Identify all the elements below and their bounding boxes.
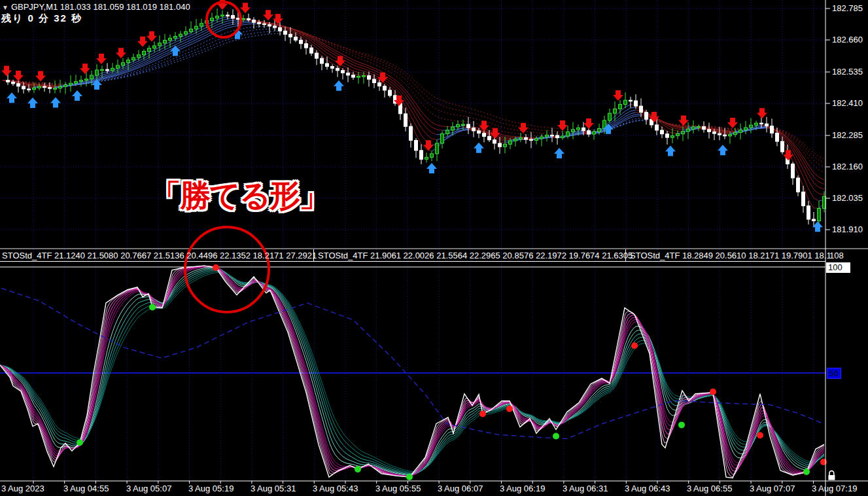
time-axis[interactable]: 3 Aug 20233 Aug 04:553 Aug 05:073 Aug 05… bbox=[0, 481, 868, 496]
time-tick-label: 3 Aug 05:19 bbox=[188, 484, 234, 493]
indicator-label-3: STOStd_4TF 18.2849 20.5610 18.2171 19.79… bbox=[630, 251, 831, 260]
time-tick-label: 3 Aug 06:19 bbox=[500, 484, 545, 493]
indicator-label-2: STOStd_4TF 21.9061 22.0026 21.5564 22.29… bbox=[318, 251, 633, 260]
time-tick-label: 3 Aug 06:31 bbox=[563, 484, 608, 493]
price-tick-label: 182.535 bbox=[832, 67, 863, 77]
time-tick-label: 3 Aug 05:31 bbox=[251, 484, 296, 493]
time-tick-label: 3 Aug 05:07 bbox=[126, 484, 171, 493]
indicator-label-divider bbox=[625, 249, 626, 262]
lock-icon[interactable] bbox=[827, 470, 837, 481]
symbol-ohlc-text: GBPJPY,M1 181.033 181.059 181.019 181.04… bbox=[11, 2, 190, 12]
time-tick-label: 3 Aug 05:55 bbox=[375, 484, 421, 493]
time-tick-label: 3 Aug 06:43 bbox=[625, 484, 670, 493]
indicator-label-1: STOStd_4TF 21.1240 21.5080 20.7667 21.51… bbox=[2, 251, 317, 260]
price-axis[interactable]: 182.785182.660182.535182.410182.285182.1… bbox=[825, 0, 868, 481]
annotation-text: 「勝てる形」 bbox=[150, 175, 328, 217]
price-tick-label: 182.285 bbox=[832, 130, 863, 140]
level-50-marker: 50 bbox=[827, 368, 841, 379]
price-tick-label: 182.660 bbox=[832, 35, 863, 44]
indicator-pane-max-label: 108 bbox=[829, 251, 844, 260]
price-tick-label: 182.035 bbox=[832, 193, 863, 203]
level-100-marker: 100 bbox=[826, 262, 850, 273]
chart-svg[interactable] bbox=[0, 0, 868, 496]
chevron-down-icon[interactable]: ▼ bbox=[2, 4, 9, 11]
time-tick-label: 3 Aug 04:55 bbox=[63, 484, 109, 493]
symbol-header: ▼GBPJPY,M1 181.033 181.059 181.019 181.0… bbox=[2, 2, 190, 12]
indicator-label-divider bbox=[313, 249, 314, 262]
chart-canvas[interactable] bbox=[0, 0, 868, 496]
time-tick-label: 3 Aug 05:43 bbox=[313, 484, 358, 493]
time-tick-label: 3 Aug 2023 bbox=[1, 484, 44, 493]
price-tick-label: 182.785 bbox=[832, 3, 863, 13]
time-tick-label: 3 Aug 07:19 bbox=[812, 484, 857, 493]
price-tick-label: 182.160 bbox=[832, 162, 863, 171]
time-tick-label: 3 Aug 06:07 bbox=[438, 484, 483, 493]
price-tick-label: 182.410 bbox=[832, 98, 863, 108]
time-tick-label: 3 Aug 07:07 bbox=[750, 484, 795, 493]
candle-countdown-timer: 残り 0 分 32 秒 bbox=[1, 12, 82, 25]
mt4-chart-window: ▼GBPJPY,M1 181.033 181.059 181.019 181.0… bbox=[0, 0, 868, 496]
time-tick-label: 3 Aug 06:55 bbox=[687, 484, 732, 493]
price-tick-label: 181.910 bbox=[832, 224, 863, 234]
